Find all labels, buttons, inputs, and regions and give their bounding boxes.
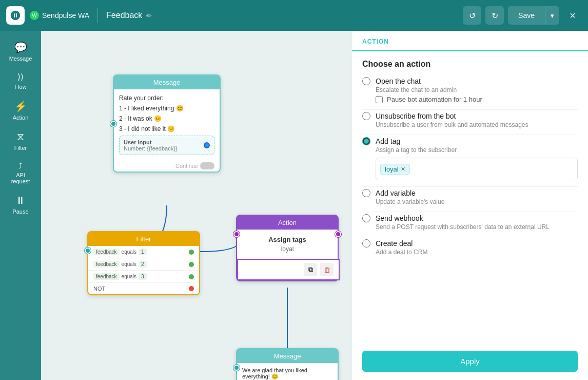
filter-row-2: feedback equals 2 xyxy=(88,258,199,271)
option-label-open-chat: Open the chat xyxy=(376,77,421,85)
action-node-header: Action xyxy=(237,216,338,230)
sidebar-item-message[interactable]: 💬 Message xyxy=(3,37,38,66)
redo-button[interactable]: ↻ xyxy=(485,6,504,25)
message-node-left-connector xyxy=(110,121,116,127)
sidebar-label-flow: Flow xyxy=(14,84,26,90)
flow-icon: ⟩⟩ xyxy=(17,72,24,82)
message-node-footer: Continue xyxy=(114,160,220,172)
option-unsubscribe: Unsubscribe from the bot Unsubscribe a u… xyxy=(362,112,578,128)
option-desc-create-deal: Add a deal to CRM xyxy=(376,249,578,256)
radio-add-tag[interactable] xyxy=(362,137,370,145)
copy-button[interactable]: ⧉ xyxy=(304,263,317,276)
tag-input-container[interactable]: loyal ✕ xyxy=(376,158,578,180)
body-line3: 2 - It was ok 😐 xyxy=(119,115,214,122)
api-icon: ⤴ xyxy=(18,161,23,170)
body-line1: Rate your order: xyxy=(119,94,214,102)
radio-add-variable[interactable] xyxy=(362,189,370,197)
tag-chip-loyal: loyal ✕ xyxy=(380,164,410,175)
topbar-actions: ↺ ↻ Save ▾ × xyxy=(463,6,582,25)
delete-button[interactable]: 🗑 xyxy=(320,263,334,276)
continue-label: Continue xyxy=(175,163,198,169)
filter-dot-3 xyxy=(189,274,194,279)
action-node-body: Assign tags loyal xyxy=(237,230,338,259)
body-line2: 1 - I liked everything 😊 xyxy=(119,105,214,112)
action-left-connector xyxy=(233,231,240,237)
action-node-footer: ⧉ 🗑 xyxy=(237,259,340,280)
panel-header: ACTION xyxy=(352,31,588,51)
filter-icon: ⧖ xyxy=(17,131,24,143)
logo xyxy=(6,6,25,25)
sidebar-label-message: Message xyxy=(9,55,32,62)
option-open-chat: Open the chat Escalate the chat to an ad… xyxy=(362,77,578,103)
user-input-connector xyxy=(204,142,210,148)
message-node-body: Rate your order: 1 - I liked everything … xyxy=(114,89,220,160)
checkbox-pause-bot[interactable] xyxy=(376,96,383,103)
option-desc-add-tag: Assign a tag to the subscriber xyxy=(376,146,578,154)
checkbox-label-pause: Pause bot automation for 1 hour xyxy=(387,96,482,103)
filter-node: Filter feedback equals 1 feedback equals… xyxy=(87,231,200,295)
tag-value: loyal xyxy=(385,165,399,173)
filter-dot-2 xyxy=(189,262,194,267)
radio-send-webhook[interactable] xyxy=(362,214,370,222)
message-icon: 💬 xyxy=(14,41,27,53)
sidebar-item-action[interactable]: ⚡ Action xyxy=(3,96,38,125)
panel-title: Choose an action xyxy=(362,60,578,69)
user-input-var: Number: {{feedback}} xyxy=(124,145,178,151)
sidebar-item-flow[interactable]: ⟩⟩ Flow xyxy=(3,68,38,94)
save-btn-group: Save ▾ xyxy=(508,6,559,25)
sidebar-item-pause[interactable]: ⏸ Pause xyxy=(3,191,38,219)
action-assign-label: Assign tags xyxy=(243,236,331,243)
action-icon: ⚡ xyxy=(14,100,27,112)
option-send-webhook: Send webhook Send a POST request with su… xyxy=(362,214,578,231)
pause-icon: ⏸ xyxy=(15,195,26,206)
sidebar-label-pause: Pause xyxy=(12,208,28,215)
page-title: Feedback ✏ xyxy=(106,11,152,20)
action-tag-value: loyal xyxy=(243,245,331,253)
option-create-deal: Create deal Add a deal to CRM xyxy=(362,239,578,256)
option-desc-unsubscribe: Unsubscribe a user from bulk and automat… xyxy=(376,121,578,128)
radio-create-deal[interactable] xyxy=(362,239,370,248)
topbar: W Sendpulse WA Feedback ✏ ↺ ↻ Save ▾ × xyxy=(0,0,588,31)
action-right-connector xyxy=(335,231,341,237)
sidebar-label-api: API request xyxy=(6,172,35,184)
panel-section-label: ACTION xyxy=(362,38,578,45)
option-desc-open-chat: Escalate the chat to an admin xyxy=(376,86,578,93)
main-area: 💬 Message ⟩⟩ Flow ⚡ Action ⧖ Filter ⤴ AP… xyxy=(0,31,588,380)
user-input-box[interactable]: User input Number: {{feedback}} xyxy=(119,136,214,155)
panel-section: Choose an action Open the chat Escalate … xyxy=(352,51,588,343)
sidebar-item-filter[interactable]: ⧖ Filter xyxy=(3,127,38,155)
bottom-line1: We are glad that you liked xyxy=(242,367,332,373)
bottom-msg-header: Message xyxy=(237,349,338,363)
save-dropdown-button[interactable]: ▾ xyxy=(545,6,559,25)
sidebar-label-filter: Filter xyxy=(14,145,27,151)
filter-not-row: NOT xyxy=(88,283,199,294)
checkbox-row-pause: Pause bot automation for 1 hour xyxy=(376,96,578,103)
bottom-msg-left-connector xyxy=(233,365,240,371)
message-node-header: Message xyxy=(114,75,220,89)
save-button[interactable]: Save xyxy=(508,6,545,25)
body-line4: 3 - I did not like it 😕 xyxy=(119,125,214,132)
option-add-variable: Add variable Update a variable's value xyxy=(362,189,578,205)
radio-unsubscribe[interactable] xyxy=(362,112,370,120)
filter-left-connector xyxy=(85,248,91,254)
radio-open-chat[interactable] xyxy=(362,77,370,85)
right-panel: ACTION Choose an action Open the chat Es… xyxy=(352,31,588,380)
undo-button[interactable]: ↺ xyxy=(463,6,481,25)
continue-toggle[interactable] xyxy=(200,162,214,169)
bottom-line2: everything! 😊 xyxy=(242,373,332,380)
apply-button[interactable]: Apply xyxy=(362,351,578,372)
close-button[interactable]: × xyxy=(563,6,582,25)
tag-remove-icon[interactable]: ✕ xyxy=(401,166,405,173)
filter-row-1: feedback equals 1 xyxy=(88,246,199,258)
flow-canvas: Message Rate your order: 1 - I liked eve… xyxy=(41,31,352,380)
action-node: Action Assign tags loyal ⧉ 🗑 xyxy=(236,215,339,281)
topbar-divider xyxy=(97,8,98,23)
option-label-create-deal: Create deal xyxy=(376,239,413,248)
edit-icon[interactable]: ✏ xyxy=(146,12,152,20)
sidebar-item-api[interactable]: ⤴ API request xyxy=(3,157,38,188)
sidebar: 💬 Message ⟩⟩ Flow ⚡ Action ⧖ Filter ⤴ AP… xyxy=(0,31,41,380)
tag-text-input[interactable] xyxy=(413,165,499,173)
filter-dot-1 xyxy=(189,250,194,255)
option-label-send-webhook: Send webhook xyxy=(376,214,423,222)
option-desc-send-webhook: Send a POST request with subscribers' da… xyxy=(376,223,578,231)
